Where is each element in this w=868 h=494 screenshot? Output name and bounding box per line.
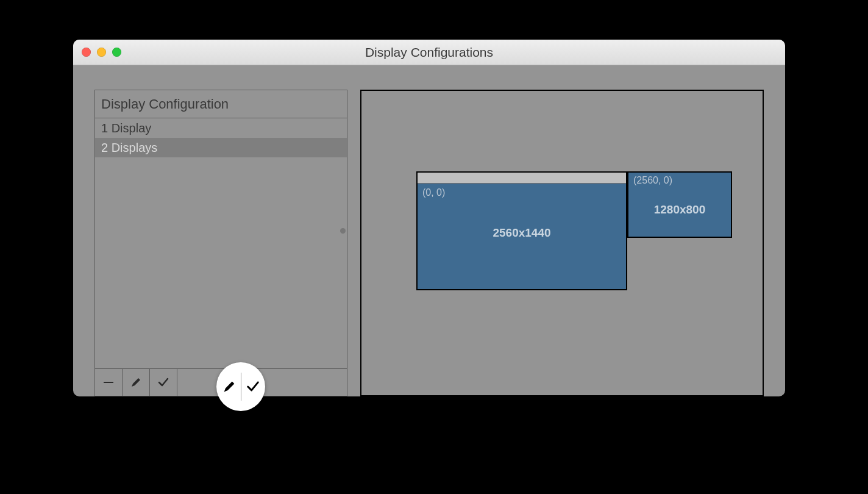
- titlebar: Display Configurations: [73, 40, 785, 65]
- traffic-lights: [82, 40, 121, 65]
- checkmark-icon: [157, 376, 170, 389]
- window-body: Display Configuration 1 Display 2 Displa…: [73, 65, 785, 396]
- scroll-indicator[interactable]: [340, 228, 346, 234]
- display-primary[interactable]: (0, 0) 2560x1440: [416, 171, 627, 290]
- display-menubar-indicator: [418, 173, 626, 184]
- highlight-callout: [216, 362, 265, 411]
- zoom-button[interactable]: [112, 48, 121, 57]
- edit-config-button[interactable]: [123, 369, 150, 396]
- display-layout-preview: (2560, 0) 1280x800 (0, 0) 2560x1440: [360, 90, 764, 396]
- svg-rect-0: [104, 382, 113, 383]
- display-coords: (2560, 0): [633, 175, 672, 186]
- display-resolution: 2560x1440: [418, 226, 626, 240]
- display-coords: (0, 0): [422, 187, 445, 198]
- close-button[interactable]: [82, 48, 91, 57]
- remove-config-button[interactable]: [95, 369, 123, 396]
- apply-config-button[interactable]: [150, 369, 177, 396]
- pencil-icon: [218, 379, 241, 394]
- config-list-row[interactable]: 2 Displays: [95, 138, 347, 157]
- window-title: Display Configurations: [365, 45, 493, 60]
- display-resolution: 1280x800: [628, 203, 731, 217]
- config-list-label: 1 Display: [101, 121, 151, 135]
- config-list[interactable]: 1 Display 2 Displays: [95, 118, 347, 368]
- config-list-row[interactable]: 1 Display: [95, 118, 347, 138]
- config-list-label: 2 Displays: [101, 141, 157, 155]
- sidebar-header: Display Configuration: [95, 90, 347, 118]
- window: Display Configurations Display Configura…: [73, 40, 785, 396]
- display-secondary[interactable]: (2560, 0) 1280x800: [627, 171, 732, 238]
- minimize-button[interactable]: [97, 48, 106, 57]
- config-sidebar: Display Configuration 1 Display 2 Displa…: [94, 90, 347, 396]
- pencil-icon: [130, 376, 142, 388]
- checkmark-icon: [241, 379, 265, 395]
- minus-icon: [103, 377, 114, 388]
